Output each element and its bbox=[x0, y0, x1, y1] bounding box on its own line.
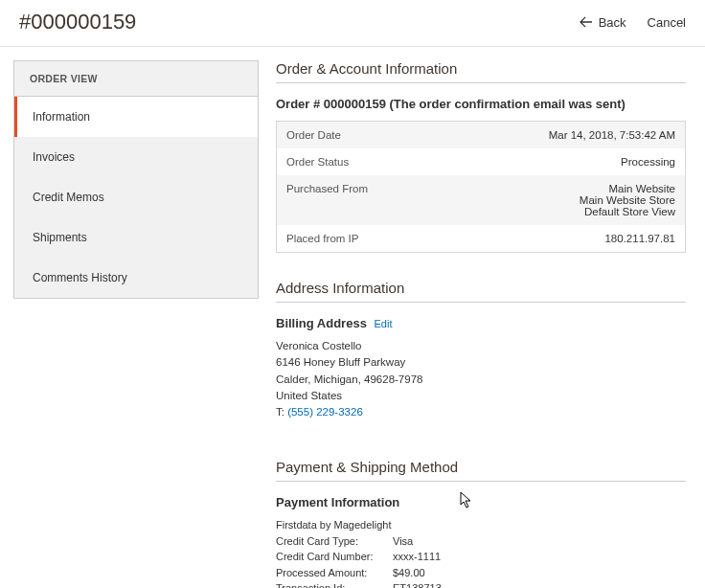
address-section-title: Address Information bbox=[276, 280, 686, 303]
row-purchased-from: Purchased From Main Website Main Website… bbox=[277, 175, 685, 225]
value-transaction-id: ET138713 bbox=[393, 580, 442, 588]
payment-shipping-section-title: Payment & Shipping Method bbox=[276, 459, 686, 482]
label-processed-amount: Processed Amount: bbox=[276, 565, 393, 581]
billing-address-heading: Billing Address Edit bbox=[276, 316, 686, 330]
sidebar-item-information[interactable]: Information bbox=[14, 97, 258, 137]
sidebar-item-comments-history[interactable]: Comments History bbox=[14, 258, 258, 298]
sidebar-title: ORDER VIEW bbox=[14, 61, 258, 97]
billing-street: 6146 Honey Bluff Parkway bbox=[276, 354, 686, 371]
billing-name: Veronica Costello bbox=[276, 338, 686, 354]
value-processed-amount: $49.00 bbox=[393, 565, 425, 581]
purchased-from-line-2: Main Website Store bbox=[421, 194, 675, 206]
value-purchased-from: Main Website Main Website Store Default … bbox=[421, 183, 675, 217]
back-arrow-icon bbox=[580, 16, 593, 28]
value-cc-type: Visa bbox=[393, 533, 413, 550]
billing-phone-link[interactable]: (555) 229-3326 bbox=[287, 406, 363, 418]
row-cc-type: Credit Card Type: Visa bbox=[276, 533, 686, 550]
back-button[interactable]: Back bbox=[580, 15, 626, 30]
row-order-status: Order Status Processing bbox=[277, 148, 685, 175]
content-area: Order & Account Information Order # 0000… bbox=[276, 60, 692, 588]
value-order-date: Mar 14, 2018, 7:53:42 AM bbox=[421, 129, 675, 141]
value-cc-number: xxxx-1111 bbox=[393, 549, 441, 565]
billing-city: Calder, Michigan, 49628-7978 bbox=[276, 372, 686, 388]
sidebar-item-invoices[interactable]: Invoices bbox=[14, 137, 258, 177]
page-title: #000000159 bbox=[19, 10, 136, 34]
billing-country: United States bbox=[276, 388, 686, 404]
purchased-from-line-3: Default Store View bbox=[421, 206, 675, 217]
value-order-status: Processing bbox=[421, 156, 675, 168]
cancel-button[interactable]: Cancel bbox=[648, 15, 686, 30]
sidebar-item-shipments[interactable]: Shipments bbox=[14, 217, 258, 258]
edit-billing-address-link[interactable]: Edit bbox=[375, 318, 393, 329]
row-processed-amount: Processed Amount: $49.00 bbox=[276, 565, 686, 581]
billing-phone-line: T: (555) 229-3326 bbox=[276, 404, 686, 420]
label-cc-number: Credit Card Number: bbox=[276, 549, 393, 565]
billing-address-block: Veronica Costello 6146 Honey Bluff Parkw… bbox=[276, 338, 686, 420]
row-cc-number: Credit Card Number: xxxx-1111 bbox=[276, 549, 686, 565]
sidebar-item-credit-memos[interactable]: Credit Memos bbox=[14, 177, 258, 217]
order-info-table: Order Date Mar 14, 2018, 7:53:42 AM Orde… bbox=[276, 121, 686, 253]
label-cc-type: Credit Card Type: bbox=[276, 533, 393, 550]
order-view-sidebar: ORDER VIEW Information Invoices Credit M… bbox=[13, 60, 259, 299]
header-actions: Back Cancel bbox=[580, 15, 686, 30]
row-placed-from-ip: Placed from IP 180.211.97.81 bbox=[277, 225, 685, 252]
purchased-from-line-1: Main Website bbox=[421, 183, 675, 194]
label-placed-from-ip: Placed from IP bbox=[286, 233, 421, 244]
order-account-section-title: Order & Account Information bbox=[276, 60, 686, 83]
value-placed-from-ip: 180.211.97.81 bbox=[421, 233, 675, 244]
payment-details: Firstdata by Magedelight Credit Card Typ… bbox=[276, 517, 686, 588]
page-header: #000000159 Back Cancel bbox=[0, 0, 705, 47]
label-purchased-from: Purchased From bbox=[286, 183, 421, 217]
label-order-status: Order Status bbox=[286, 156, 421, 168]
label-order-date: Order Date bbox=[286, 129, 421, 141]
label-transaction-id: Transaction Id: bbox=[276, 580, 393, 588]
payment-info-heading: Payment Information bbox=[276, 495, 686, 509]
row-transaction-id: Transaction Id: ET138713 bbox=[276, 580, 686, 588]
billing-address-label: Billing Address bbox=[276, 316, 367, 330]
phone-prefix: T: bbox=[276, 406, 287, 418]
back-label: Back bbox=[599, 15, 626, 30]
order-heading: Order # 000000159 (The order confirmatio… bbox=[276, 97, 686, 111]
row-order-date: Order Date Mar 14, 2018, 7:53:42 AM bbox=[277, 122, 685, 148]
main-layout: ORDER VIEW Information Invoices Credit M… bbox=[0, 47, 705, 588]
payment-method: Firstdata by Magedelight bbox=[276, 517, 686, 533]
